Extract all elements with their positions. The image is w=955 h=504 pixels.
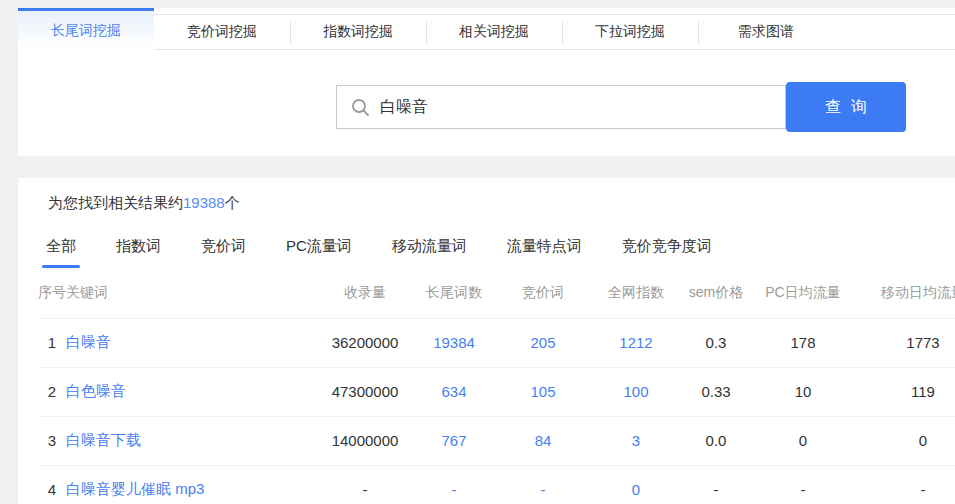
filter-tab-6[interactable]: 流量特点词 bbox=[507, 237, 582, 268]
filter-tabs: 全部指数词竞价词PC流量词移动流量词流量特点词竞价竞争度词 bbox=[46, 237, 955, 268]
row-index: 2 bbox=[38, 367, 66, 416]
filter-tab-7[interactable]: 竞价竞争度词 bbox=[622, 237, 712, 268]
top-tab-5[interactable]: 下拉词挖掘 bbox=[562, 14, 698, 50]
top-tabs-filler bbox=[834, 14, 955, 50]
metric-cell: 178 bbox=[748, 318, 858, 367]
search-button[interactable]: 查 询 bbox=[786, 82, 906, 132]
search-input[interactable] bbox=[370, 86, 785, 128]
search-icon bbox=[351, 98, 370, 117]
top-tab-1[interactable]: 长尾词挖掘 bbox=[18, 8, 154, 50]
top-tab-2[interactable]: 竞价词挖掘 bbox=[154, 14, 290, 50]
metric-cell[interactable]: 1212 bbox=[588, 318, 684, 367]
column-header: 序号 bbox=[38, 268, 66, 318]
search-box[interactable] bbox=[336, 85, 786, 129]
table-row: 4白噪音婴儿催眠 mp3---0--- bbox=[38, 465, 955, 504]
keyword-link[interactable]: 白噪音婴儿催眠 mp3 bbox=[66, 465, 320, 504]
metric-cell[interactable]: 3 bbox=[588, 416, 684, 465]
row-index: 4 bbox=[38, 465, 66, 504]
metric-cell[interactable]: 100 bbox=[588, 367, 684, 416]
top-tabs: 长尾词挖掘竞价词挖掘指数词挖掘相关词挖掘下拉词挖掘需求图谱 bbox=[18, 8, 955, 50]
column-header: 全网指数 bbox=[588, 268, 684, 318]
top-tab-4[interactable]: 相关词挖掘 bbox=[426, 14, 562, 50]
results-suffix: 个 bbox=[225, 194, 240, 211]
table-row: 3白噪音下载140000007678430.000 bbox=[38, 416, 955, 465]
filter-tab-2[interactable]: 指数词 bbox=[116, 237, 161, 268]
metric-cell[interactable]: 634 bbox=[410, 367, 498, 416]
metric-cell: 0 bbox=[858, 416, 955, 465]
metric-cell[interactable]: 105 bbox=[498, 367, 588, 416]
row-index: 1 bbox=[38, 318, 66, 367]
metric-cell: - bbox=[684, 465, 748, 504]
column-header: sem价格 bbox=[684, 268, 748, 318]
filter-tab-5[interactable]: 移动流量词 bbox=[392, 237, 467, 268]
top-tab-6[interactable]: 需求图谱 bbox=[698, 14, 834, 50]
column-header: 移动日均流量 bbox=[858, 268, 955, 318]
column-header: PC日均流量 bbox=[748, 268, 858, 318]
top-tab-3[interactable]: 指数词挖掘 bbox=[290, 14, 426, 50]
metric-cell: 119 bbox=[858, 367, 955, 416]
table-row: 1白噪音362000001938420512120.31781773 bbox=[38, 318, 955, 367]
metric-cell[interactable]: 19384 bbox=[410, 318, 498, 367]
row-index: 3 bbox=[38, 416, 66, 465]
metric-cell: - bbox=[748, 465, 858, 504]
metric-cell: - bbox=[858, 465, 955, 504]
metric-cell: 1773 bbox=[858, 318, 955, 367]
metric-cell: 0.3 bbox=[684, 318, 748, 367]
table-body: 1白噪音362000001938420512120.317817732白色噪音4… bbox=[38, 318, 955, 504]
results-count: 19388 bbox=[183, 194, 225, 211]
metric-cell: - bbox=[320, 465, 410, 504]
keyword-link[interactable]: 白噪音 bbox=[66, 318, 320, 367]
keyword-table: 序号关键词收录量长尾词数竞价词全网指数sem价格PC日均流量移动日均流量 1白噪… bbox=[38, 268, 955, 504]
column-header: 收录量 bbox=[320, 268, 410, 318]
search-card: 长尾词挖掘竞价词挖掘指数词挖掘相关词挖掘下拉词挖掘需求图谱 查 询 bbox=[18, 8, 955, 156]
metric-cell[interactable]: 767 bbox=[410, 416, 498, 465]
filter-tab-1[interactable]: 全部 bbox=[46, 237, 76, 268]
keyword-link[interactable]: 白噪音下载 bbox=[66, 416, 320, 465]
results-summary: 为您找到相关结果约19388个 bbox=[48, 192, 955, 213]
metric-cell: 14000000 bbox=[320, 416, 410, 465]
column-header: 长尾词数 bbox=[410, 268, 498, 318]
metric-cell: 0 bbox=[748, 416, 858, 465]
metric-cell: 10 bbox=[748, 367, 858, 416]
filter-tab-3[interactable]: 竞价词 bbox=[201, 237, 246, 268]
metric-cell[interactable]: - bbox=[498, 465, 588, 504]
metric-cell[interactable]: 84 bbox=[498, 416, 588, 465]
metric-cell[interactable]: - bbox=[410, 465, 498, 504]
metric-cell[interactable]: 205 bbox=[498, 318, 588, 367]
metric-cell[interactable]: 0 bbox=[588, 465, 684, 504]
keyword-link[interactable]: 白色噪音 bbox=[66, 367, 320, 416]
metric-cell: 36200000 bbox=[320, 318, 410, 367]
filter-tab-4[interactable]: PC流量词 bbox=[286, 237, 352, 268]
results-prefix: 为您找到相关结果约 bbox=[48, 194, 183, 211]
column-header: 竞价词 bbox=[498, 268, 588, 318]
metric-cell: 47300000 bbox=[320, 367, 410, 416]
table-row: 2白色噪音473000006341051000.3310119 bbox=[38, 367, 955, 416]
table-header: 序号关键词收录量长尾词数竞价词全网指数sem价格PC日均流量移动日均流量 bbox=[38, 268, 955, 318]
column-header: 关键词 bbox=[66, 268, 320, 318]
search-row: 查 询 bbox=[18, 50, 955, 132]
metric-cell: 0.0 bbox=[684, 416, 748, 465]
results-card: 为您找到相关结果约19388个 全部指数词竞价词PC流量词移动流量词流量特点词竞… bbox=[18, 178, 955, 504]
metric-cell: 0.33 bbox=[684, 367, 748, 416]
